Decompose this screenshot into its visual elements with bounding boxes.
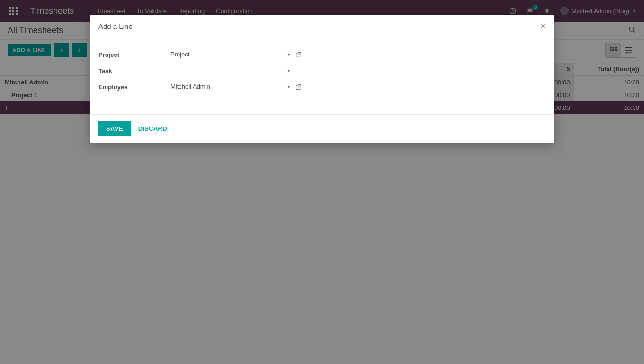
external-link-icon[interactable] (295, 52, 302, 58)
label-employee: Employee (98, 83, 170, 91)
project-input[interactable] (170, 49, 293, 60)
label-task: Task (98, 67, 170, 74)
external-link-icon[interactable] (295, 84, 302, 90)
discard-button[interactable]: DISCARD (138, 125, 167, 132)
add-line-modal: Add a Line × Project ▼ Task ▼ (90, 15, 554, 143)
label-project: Project (98, 51, 170, 58)
employee-input[interactable] (170, 81, 293, 92)
task-input[interactable] (170, 65, 293, 76)
modal-close-button[interactable]: × (540, 22, 546, 30)
modal-title: Add a Line (98, 22, 133, 30)
save-button[interactable]: SAVE (98, 121, 131, 136)
